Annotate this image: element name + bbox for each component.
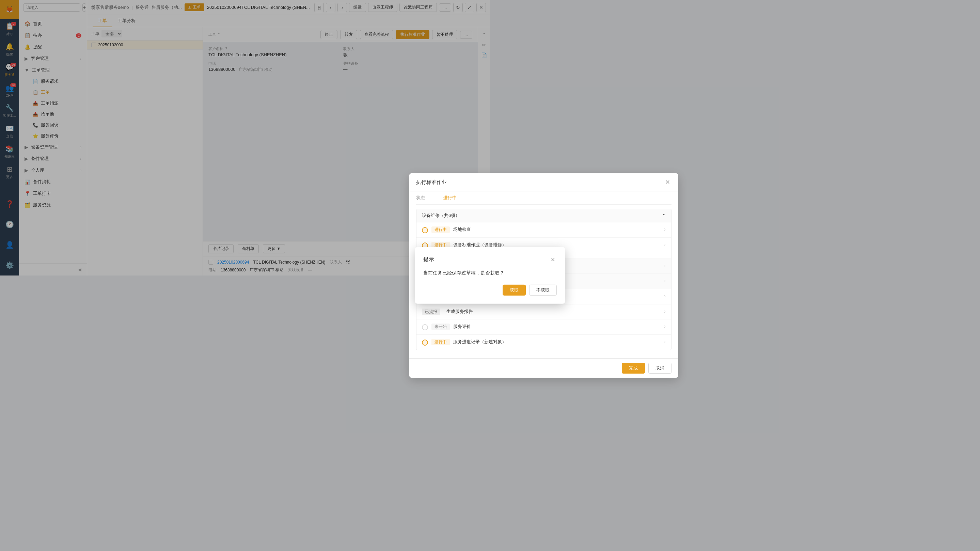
exec-modal-header: 执行标准作业 ✕	[409, 174, 490, 191]
task-item-1[interactable]: 进行中 场地检查 ›	[417, 222, 490, 238]
prompt-body: 当前任务已经保存过草稿，是否获取？	[423, 269, 490, 276]
exec-section-header: 设备维修（共6项） ⌃	[417, 209, 490, 222]
prompt-header: 提示 ✕	[423, 255, 490, 264]
exec-status-row: 状态 进行中	[416, 191, 490, 205]
exec-status-label: 状态	[416, 195, 436, 201]
task-content-1: 场地检查	[453, 226, 490, 233]
task-dot-1	[422, 227, 428, 233]
exec-status-value: 进行中	[443, 195, 457, 201]
prompt-dialog: 提示 ✕ 当前任务已经保存过草稿，是否获取？ 获取 不获取	[415, 247, 490, 276]
prompt-title: 提示	[423, 256, 434, 263]
task-status-1: 进行中	[431, 226, 450, 233]
exec-modal-title: 执行标准作业	[416, 179, 447, 186]
